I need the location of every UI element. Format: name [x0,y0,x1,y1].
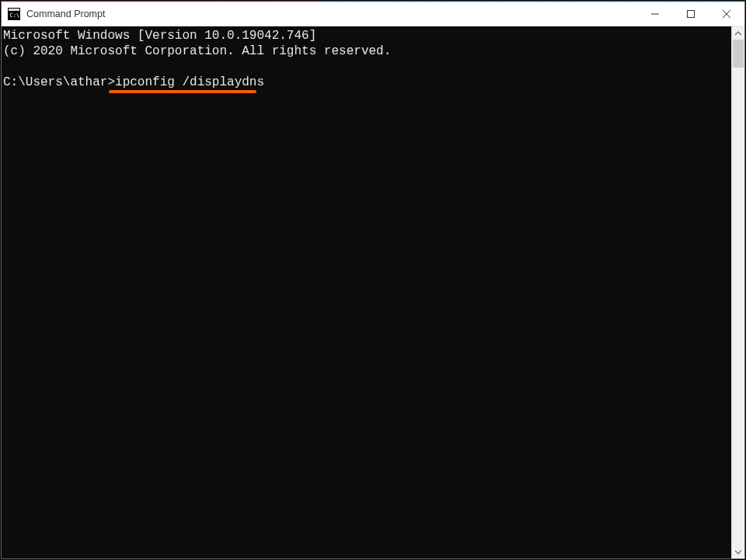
maximize-button[interactable] [673,2,709,26]
minimize-button[interactable] [637,2,673,26]
svg-rect-1 [9,9,19,11]
terminal-prompt-line: C:\Users\athar>ipconfig /displaydns [3,75,731,90]
window-title: Command Prompt [26,9,637,19]
terminal-line: (c) 2020 Microsoft Corporation. All righ… [3,43,731,59]
close-button[interactable] [709,2,744,26]
scroll-track[interactable] [732,40,744,545]
window-controls [637,2,744,26]
terminal-line: Microsoft Windows [Version 10.0.19042.74… [3,28,731,43]
scroll-up-button[interactable] [732,26,744,40]
scroll-down-button[interactable] [732,545,744,558]
svg-text:C:\: C:\ [10,12,20,19]
client-area: Microsoft Windows [Version 10.0.19042.74… [2,26,744,558]
prompt-text: C:\Users\athar> [3,75,115,89]
highlight-underline [109,90,256,93]
cmd-icon: C:\ [8,8,20,20]
titlebar[interactable]: C:\ Command Prompt [2,2,744,26]
scroll-thumb[interactable] [733,40,744,68]
terminal-blank-line [3,59,731,75]
window-frame: C:\ Command Prompt Microsoft Windows [Ve… [1,1,745,559]
vertical-scrollbar[interactable] [731,26,744,558]
svg-rect-4 [688,10,695,17]
terminal-output[interactable]: Microsoft Windows [Version 10.0.19042.74… [2,26,731,558]
command-text: ipconfig /displaydns [115,75,264,89]
